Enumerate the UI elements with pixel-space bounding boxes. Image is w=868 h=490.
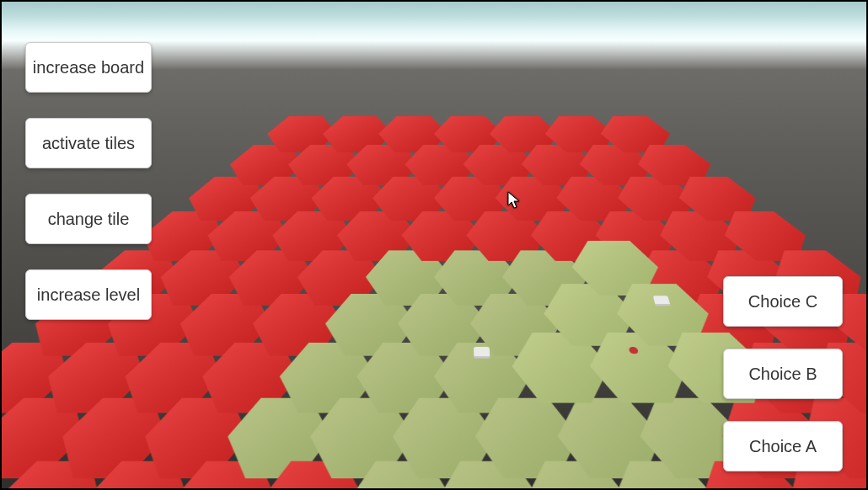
- button-label: increase board: [33, 58, 144, 77]
- button-label: increase level: [37, 285, 140, 305]
- choice-b-button[interactable]: Choice B: [723, 349, 843, 399]
- choice-a-button[interactable]: Choice A: [723, 421, 843, 471]
- red-unit[interactable]: [629, 347, 640, 354]
- choice-c-button[interactable]: Choice C: [723, 276, 843, 327]
- change-tile-button[interactable]: change tile: [25, 194, 152, 244]
- button-label: Choice B: [748, 365, 817, 384]
- white-tower-a[interactable]: [474, 347, 490, 359]
- button-label: Choice A: [749, 437, 817, 456]
- button-label: change tile: [48, 210, 130, 229]
- game-viewport: increase board activate tiles change til…: [0, 0, 868, 490]
- increase-board-button[interactable]: increase board: [25, 42, 152, 93]
- button-label: activate tiles: [42, 134, 135, 153]
- white-tower-b[interactable]: [653, 296, 671, 306]
- activate-tiles-button[interactable]: activate tiles: [25, 118, 152, 168]
- button-label: Choice C: [748, 292, 817, 312]
- increase-level-button[interactable]: increase level: [25, 269, 152, 320]
